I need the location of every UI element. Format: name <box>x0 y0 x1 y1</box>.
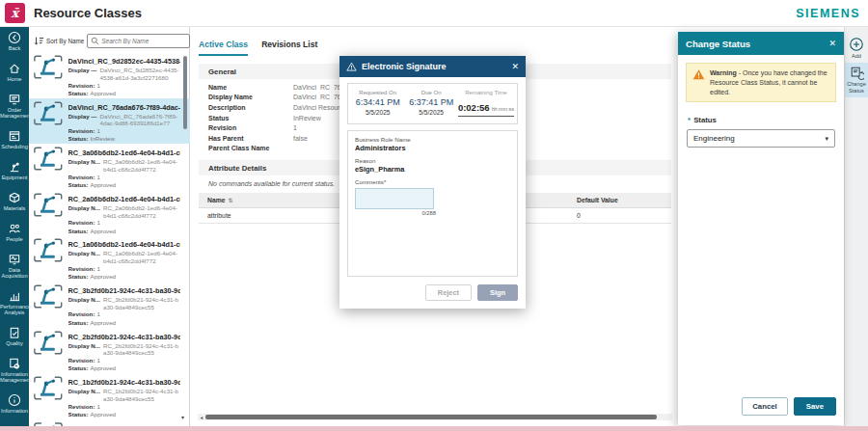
dialog-header: Electronic Signature ✕ <box>339 56 526 77</box>
scroll-down-icon[interactable]: ▾ <box>181 414 184 420</box>
revision-value: 1 <box>96 310 99 317</box>
requested-time: 6:34:41 PM <box>351 97 404 107</box>
status-select[interactable]: Engineering ▾ <box>687 129 835 148</box>
materials-icon <box>8 191 21 204</box>
close-icon[interactable]: ✕ <box>511 63 519 71</box>
horizontal-scrollbar[interactable]: ◂ <box>198 414 672 420</box>
comments-textarea[interactable] <box>355 188 434 209</box>
page-title: Resource Classes <box>34 6 142 20</box>
tab-revisions-list[interactable]: Revisions List <box>261 40 317 56</box>
revision-label: Revision: <box>68 403 95 410</box>
status-value: InReview <box>91 135 115 142</box>
business-role-label: Business Role Name <box>355 136 510 143</box>
add-button[interactable]: Add <box>845 34 868 63</box>
column-default-value[interactable]: Default Value <box>568 197 671 203</box>
display-value: RC_3b2fd0b21-924c-4c31-ba30-9da4849cec55 <box>103 296 180 311</box>
status-label: Status: <box>68 411 89 418</box>
list-item[interactable]: RC_3a06b6db2-1ed6-4e04-b4d1-c68c2... Dis… <box>29 144 190 190</box>
status-label: Status: <box>68 181 89 188</box>
list-item[interactable]: RC_1b2fd0b21-924c-4c31-ba30-9da484... Di… <box>29 373 190 419</box>
status-label: Status: <box>68 135 89 142</box>
warning-banner: Warning - Once you have changed the Reso… <box>686 63 836 102</box>
sidebar-item-information[interactable]: Information <box>0 393 29 424</box>
field-label: Status <box>208 115 293 121</box>
list-item[interactable]: RC_3b2fd0b21-924c-4c31-ba30-9da48... Dis… <box>29 282 190 328</box>
sidebar-item-order-management[interactable]: Order Management <box>0 93 29 129</box>
sign-button[interactable]: Sign <box>477 284 518 301</box>
resource-class-list-panel: Sort By Name DaVinci_RC_9d2852ec-4435-45… <box>29 27 190 426</box>
people-icon <box>8 222 21 235</box>
resource-class-icon <box>34 238 63 262</box>
tab-active-class[interactable]: Active Class <box>199 40 248 56</box>
search-input[interactable] <box>101 38 186 44</box>
sidebar-item-home[interactable]: Home <box>0 62 29 93</box>
resource-class-list: DaVinci_RC_9d2852ec-4435-4538-a61... Dis… <box>29 52 190 426</box>
window-edge <box>0 426 868 431</box>
revision-label: Revision: <box>68 174 95 180</box>
status-value: Approved <box>91 228 117 234</box>
status-field-label: *Status <box>688 116 844 124</box>
list-item-partial[interactable] <box>29 419 190 426</box>
status-value: Approved <box>91 181 117 188</box>
field-label: Parent Class Name <box>208 145 293 151</box>
information-icon <box>8 393 21 407</box>
char-counter: 0/288 <box>355 210 436 216</box>
signature-timing-card: Requested On 6:34:41 PM 5/5/2025 Due On … <box>347 83 518 124</box>
sidebar-item-data-acquisition[interactable]: Data Acquisition <box>0 253 29 289</box>
list-item[interactable]: RC_2b2fd0b21-924c-4c31-ba30-9da48... Dis… <box>29 328 190 374</box>
display-label: Display N... <box>68 250 100 265</box>
revision-label: Revision: <box>68 127 95 134</box>
field-value: InReview <box>293 115 321 121</box>
sidebar-item-scheduling[interactable]: Scheduling <box>0 129 29 160</box>
display-value: DaVinci_RC_9d2852ec-4435-4538-a61d-3a3cf… <box>100 67 180 82</box>
information-management-icon <box>8 357 21 370</box>
reject-button[interactable]: Reject <box>425 284 472 301</box>
revision-label: Revision: <box>68 82 95 89</box>
field-label: Name <box>208 84 293 91</box>
list-item[interactable]: RC_1a06b6db2-1ed6-4e04-b4d1-c68c2... Dis… <box>29 235 190 282</box>
chevron-down-icon: ▾ <box>825 135 828 143</box>
sort-arrows-icon[interactable]: ⇅ <box>229 198 233 203</box>
sidebar-item-equipment[interactable]: Equipment <box>0 160 29 191</box>
revision-label: Revision: <box>68 357 95 364</box>
display-label: Display N... <box>68 388 100 403</box>
revision-value: 1 <box>96 265 99 272</box>
search-box <box>87 34 190 48</box>
scrollbar-thumb[interactable] <box>205 415 657 419</box>
app-icon[interactable]: x̄ <box>5 3 25 23</box>
status-value: Approved <box>91 273 117 280</box>
list-item[interactable]: RC_2a06b6db2-1ed6-4e04-b4d1-c68c2... Dis… <box>29 190 190 236</box>
cancel-button[interactable]: Cancel <box>742 397 788 416</box>
sidebar-item-quality[interactable]: Quality <box>0 326 29 357</box>
sidebar-item-back[interactable]: Back <box>0 31 29 62</box>
change-status-button[interactable]: Change Status <box>845 63 868 97</box>
sidebar-item-performance-analysis[interactable]: Performance Analysis <box>0 289 29 326</box>
display-label: Display N... <box>68 296 100 311</box>
status-label: Status: <box>68 273 89 280</box>
sidebar-item-people[interactable]: People <box>0 222 29 253</box>
sidebar-item-materials[interactable]: Materials <box>0 191 29 222</box>
quality-icon <box>8 326 21 339</box>
status-label: Status: <box>68 319 89 326</box>
list-scrollbar[interactable]: ▾ <box>183 54 188 422</box>
requested-date: 5/5/2025 <box>351 109 404 116</box>
reason-label: Reason <box>355 157 510 164</box>
sort-by-name-label[interactable]: Sort By Name <box>46 38 84 44</box>
status-select-value: Engineering <box>693 134 825 143</box>
revision-label: Revision: <box>68 265 95 272</box>
display-label: Display — <box>68 67 97 82</box>
requested-on-label: Requested On <box>351 90 404 95</box>
scrollbar-thumb[interactable] <box>183 56 187 129</box>
tab-bar: Active Class Revisions List <box>199 40 317 56</box>
scroll-left-icon[interactable]: ◂ <box>198 415 205 420</box>
list-item-selected[interactable]: DaVinci_RC_76ada676-7f89-4dac-9d88... Di… <box>29 98 190 145</box>
sort-icon[interactable] <box>34 36 44 46</box>
item-title: RC_1a06b6db2-1ed6-4e04-b4d1-c68c2... <box>68 240 180 249</box>
list-item[interactable]: DaVinci_RC_9d2852ec-4435-4538-a61... Dis… <box>29 52 190 98</box>
field-label: Has Parent <box>208 135 293 142</box>
sidebar-item-information-management[interactable]: Information Management <box>0 357 29 393</box>
comments-label: Comments* <box>355 178 510 185</box>
resource-class-icon <box>34 55 63 79</box>
save-button[interactable]: Save <box>794 397 836 416</box>
close-icon[interactable]: ✕ <box>828 40 836 48</box>
